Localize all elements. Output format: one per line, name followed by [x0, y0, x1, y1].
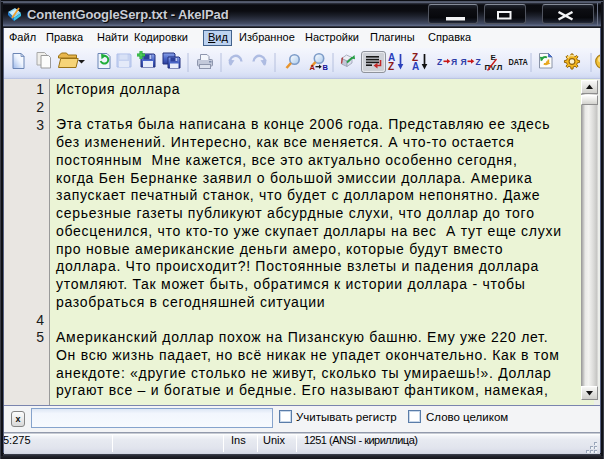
svg-text:Z: Z: [437, 57, 442, 67]
svg-text:Z: Z: [388, 61, 394, 72]
svg-text:Z: Z: [476, 57, 481, 67]
svg-text:DATA: DATA: [509, 57, 528, 67]
svg-text:A: A: [412, 61, 419, 72]
svg-text:А: А: [310, 63, 316, 72]
svg-text:Я: Я: [461, 57, 467, 67]
svg-text:В: В: [323, 63, 329, 72]
svg-text:Я: Я: [451, 57, 457, 67]
